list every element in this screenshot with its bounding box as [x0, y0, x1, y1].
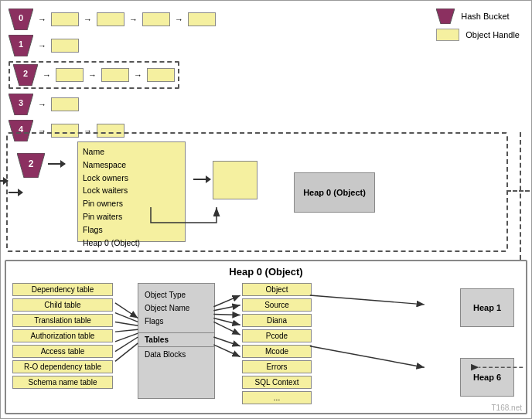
hash-bucket-3-icon: 3: [9, 94, 33, 115]
svg-text:2: 2: [29, 158, 34, 169]
obj-handle: [97, 12, 124, 26]
svg-line-27: [213, 322, 240, 335]
watermark: T168.net: [492, 404, 522, 412]
source-btn: Source: [242, 298, 312, 312]
detail-hash-bucket-icon: 2: [17, 153, 45, 178]
legend-hash-bucket: Hash Bucket: [436, 9, 520, 24]
svg-text:0: 0: [19, 13, 23, 22]
object-handle-legend-label: Object Handle: [466, 30, 520, 39]
obj-type-label: Object Type: [145, 288, 208, 301]
detail-bucket: 2: [17, 153, 45, 179]
svg-marker-0: [436, 9, 455, 24]
diana-btn: Diana: [242, 314, 312, 327]
ellipsis-btn: ...: [242, 391, 312, 404]
svg-line-23: [213, 295, 240, 307]
hash-bucket-1-icon: 1: [9, 35, 33, 56]
left-tables-column: Dependency table Child table Translation…: [12, 283, 113, 389]
svg-text:1: 1: [19, 39, 23, 49]
flags-label: Flags: [145, 315, 208, 328]
child-table-btn: Child table: [12, 298, 113, 312]
heap-arrow-svg: [128, 207, 305, 254]
svg-line-21: [115, 337, 138, 352]
translation-table-btn: Translation table: [12, 314, 113, 327]
svg-line-19: [115, 329, 138, 332]
obj-handle: [142, 12, 170, 26]
svg-line-17: [115, 313, 138, 322]
hash-row-2-wrapper: 2 → → →: [9, 61, 216, 89]
hash-bucket-legend-icon: [436, 9, 455, 24]
dashed-row-2: 2 → → →: [9, 61, 179, 89]
left-arrow-in: [9, 192, 22, 193]
hash-rows: 0 → → → → 1 →: [9, 9, 216, 141]
obj-handle: [51, 97, 79, 111]
middle-obj-top: Object Type Object Name Flags: [138, 284, 214, 333]
svg-line-25: [213, 315, 240, 315]
main-container: Hash Bucket Object Handle 0 → → →: [0, 0, 532, 419]
ro-dependency-table-btn: R-O dependency table: [12, 360, 113, 373]
svg-text:2: 2: [23, 69, 28, 78]
prop-lock-waiters: Lock waiters: [83, 184, 180, 197]
legend-object-handle: Object Handle: [436, 29, 520, 41]
svg-line-30: [310, 295, 425, 305]
object-btn: Object: [242, 283, 312, 296]
hash-bucket-0-icon: 0: [9, 9, 33, 30]
detail-arrow-in: [0, 180, 8, 182]
hash-row-1: 1 →: [9, 35, 216, 56]
bottom-section: Heap 0 (Object) Dependency table Child t…: [5, 260, 527, 414]
top-section: Hash Bucket Object Handle 0 → → →: [5, 5, 527, 260]
hash-bucket-2-icon: 2: [13, 64, 38, 86]
tables-label: Tables: [138, 333, 214, 347]
obj-handle: [51, 12, 79, 26]
object-handle-legend-icon: [436, 29, 459, 41]
detail-right-arrow: [506, 190, 530, 192]
middle-obj-box: Object Type Object Name Flags Tables Dat…: [138, 283, 215, 399]
bottom-title: Heap 0 (Object): [6, 266, 526, 278]
outer-dashed-line: [520, 132, 521, 260]
svg-line-26: [213, 319, 240, 325]
svg-line-28: [213, 337, 240, 346]
svg-line-31: [310, 346, 425, 367]
svg-line-16: [115, 303, 138, 319]
hash-row-3: 3 →: [9, 94, 216, 115]
svg-line-29: [213, 345, 240, 357]
detail-section: 2 Name Namespace Lock owners Lock waiter…: [6, 132, 508, 252]
heap0-object-box: Heap 0 (Object): [294, 172, 375, 213]
access-table-btn: Access table: [12, 345, 113, 358]
errors-btn: Errors: [242, 360, 312, 373]
obj-handle: [147, 68, 175, 82]
pcode-btn: Pcode: [242, 329, 312, 342]
prop-name: Name: [83, 145, 180, 158]
hash-row-0: 0 → → → →: [9, 9, 216, 30]
obj-name-label: Object Name: [145, 301, 208, 315]
svg-text:3: 3: [19, 98, 23, 107]
authorization-table-btn: Authorization table: [12, 329, 113, 342]
svg-line-24: [213, 305, 240, 311]
data-blocks-label: Data Blocks: [138, 347, 214, 362]
schema-name-table-btn: Schema name table: [12, 376, 113, 389]
svg-line-22: [115, 343, 138, 362]
obj-handle: [101, 68, 129, 82]
heap6-box: Heap 6: [460, 358, 514, 397]
dependency-table-btn: Dependency table: [12, 283, 113, 296]
obj-handle: [51, 39, 79, 53]
mcode-btn: Mcode: [242, 345, 312, 358]
obj-handle: [188, 12, 216, 26]
obj-handle: [56, 68, 84, 82]
hash-bucket-legend-label: Hash Bucket: [461, 12, 509, 21]
legend: Hash Bucket Object Handle: [436, 9, 520, 41]
svg-line-20: [115, 333, 138, 342]
prop-lock-owners: Lock owners: [83, 172, 180, 185]
svg-line-18: [115, 322, 138, 325]
right-items-column: Object Source Diana Pcode Mcode Errors S…: [242, 283, 312, 404]
heap1-box: Heap 1: [460, 288, 514, 327]
prop-namespace: Namespace: [83, 158, 180, 172]
big-obj-handle: [213, 161, 257, 199]
sql-context-btn: SQL Context: [242, 376, 312, 389]
